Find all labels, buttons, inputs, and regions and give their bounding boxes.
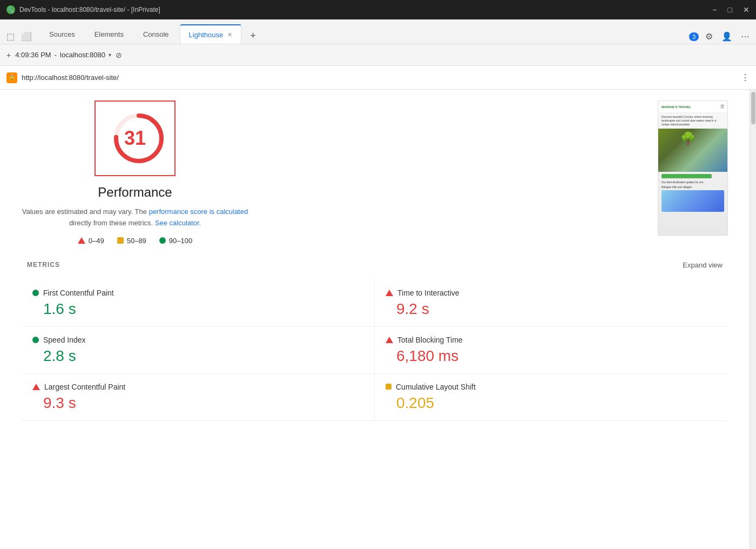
add-tab-button[interactable]: + <box>246 28 260 44</box>
metrics-grid-wrapper: First Contentful Paint 1.6 s Time to Int… <box>22 280 728 421</box>
si-indicator <box>32 337 39 343</box>
more-options-icon[interactable]: ⋯ <box>739 29 752 44</box>
thumb-hero-text: Discover beautiful Corsica, where stunni… <box>658 113 727 129</box>
scrollbar-track[interactable] <box>750 90 756 549</box>
devtools-nav-icons: ⬚ ⬜ <box>4 29 34 44</box>
stop-icon[interactable]: ⊘ <box>116 51 122 59</box>
metric-lcp: Largest Contentful Paint 9.3 s <box>22 374 375 421</box>
url-separator: - <box>55 51 57 59</box>
add-tab-url-button[interactable]: + <box>6 51 11 59</box>
performance-score-box: 31 <box>94 101 176 176</box>
maximize-button[interactable]: □ <box>728 5 732 14</box>
average-icon <box>117 237 124 244</box>
lcp-value: 9.3 s <box>32 394 363 412</box>
metric-tti: Time to Interactive 9.2 s <box>375 280 728 327</box>
thumb-bottom-subtext: Balagne hills and villages <box>662 185 724 189</box>
scrollbar-thumb[interactable] <box>751 92 755 124</box>
metric-si: Speed Index 2.8 s <box>22 327 375 374</box>
minimize-button[interactable]: − <box>712 5 717 14</box>
metric-tbt-label-row: Total Blocking Time <box>386 336 717 344</box>
perf-left: 31 Performance Values are estimated and … <box>22 101 248 245</box>
user-icon[interactable]: 👤 <box>719 29 734 44</box>
poor-icon <box>78 237 85 244</box>
tab-sources-label: Sources <box>49 30 75 38</box>
thumb-bottom-image <box>662 190 724 212</box>
inspect-icon[interactable]: ⬜ <box>19 29 34 44</box>
average-range: 50–89 <box>127 237 146 245</box>
good-icon <box>159 237 166 244</box>
thumb-header: MARGIE'S TRAVEL ☰ <box>658 101 727 113</box>
window-title: DevTools - localhost:8080/travel-site/ -… <box>19 6 160 14</box>
metric-si-label-row: Speed Index <box>32 336 363 344</box>
close-button[interactable]: ✕ <box>743 5 750 14</box>
notification-badge: 3 <box>689 32 699 41</box>
settings-icon[interactable]: ⚙ <box>703 29 715 44</box>
metric-tti-label-row: Time to Interactive <box>386 289 717 297</box>
metric-cls-label-row: Cumulative Layout Shift <box>386 383 717 391</box>
tab-elements[interactable]: Elements <box>86 24 132 44</box>
tti-label: Time to Interactive <box>397 289 460 297</box>
tab-lighthouse-label: Lighthouse <box>189 31 224 39</box>
si-value: 2.8 s <box>32 347 363 365</box>
device-toggle-icon[interactable]: ⬚ <box>4 29 17 44</box>
expand-view-button[interactable]: Expand view <box>683 261 723 269</box>
url-host: localhost:8080 <box>60 51 105 59</box>
tbt-indicator <box>386 337 393 343</box>
fcp-indicator <box>32 290 39 296</box>
url-bar: + 4:09:36 PM - localhost:8080 ▾ ⊘ <box>0 44 756 66</box>
performance-legend: 0–49 50–89 90–100 <box>78 237 192 245</box>
perf-desc-middle: directly from these metrics. <box>69 219 153 227</box>
address-url: http://localhost:8080/travel-site/ <box>22 73 737 82</box>
lcp-label: Largest Contentful Paint <box>44 383 125 391</box>
tab-elements-label: Elements <box>94 30 124 38</box>
window-controls: − □ ✕ <box>712 5 750 14</box>
metric-cls: Cumulative Layout Shift 0.205 <box>375 374 728 421</box>
legend-item-average: 50–89 <box>117 237 146 245</box>
tab-console-label: Console <box>143 30 169 38</box>
url-display: 4:09:36 PM - localhost:8080 ▾ <box>15 51 111 59</box>
thumb-green-bar <box>662 174 712 178</box>
tbt-value: 6,180 ms <box>386 347 717 365</box>
good-range: 90–100 <box>169 237 192 245</box>
si-label: Speed Index <box>43 336 86 344</box>
site-security-icon: 🔒 <box>6 72 17 83</box>
tab-lighthouse[interactable]: Lighthouse ✕ <box>180 24 242 44</box>
thumb-menu-icon: ☰ <box>720 104 724 109</box>
tti-value: 9.2 s <box>386 300 717 318</box>
tab-close-icon[interactable]: ✕ <box>227 31 232 38</box>
lcp-indicator <box>32 384 40 390</box>
calculator-link[interactable]: See calculator. <box>155 219 201 227</box>
metric-fcp: First Contentful Paint 1.6 s <box>22 280 375 327</box>
thumb-hero-image <box>658 129 727 172</box>
tbt-label: Total Blocking Time <box>397 336 463 344</box>
fcp-label: First Contentful Paint <box>43 289 114 297</box>
metrics-header: METRICS Expand view <box>22 261 728 269</box>
metric-lcp-label-row: Largest Contentful Paint <box>32 383 363 391</box>
title-bar: 🔧 DevTools - localhost:8080/travel-site/… <box>0 0 756 19</box>
performance-section: 31 Performance Values are estimated and … <box>22 101 728 245</box>
devtools-icon: 🔧 <box>6 5 15 14</box>
performance-description: Values are estimated and may vary. The p… <box>22 206 248 229</box>
address-more-icon[interactable]: ⋮ <box>741 72 750 83</box>
score-circle: 31 <box>112 111 158 165</box>
tti-indicator <box>386 290 393 296</box>
url-dropdown-icon[interactable]: ▾ <box>109 52 111 58</box>
site-thumbnail: MARGIE'S TRAVEL ☰ Discover beautiful Cor… <box>658 101 728 236</box>
main-content: 31 Performance Values are estimated and … <box>0 90 756 549</box>
performance-score-link[interactable]: performance score is calculated <box>149 207 248 216</box>
perf-desc-text: Values are estimated and may vary. The <box>22 207 147 216</box>
cls-value: 0.205 <box>386 394 717 412</box>
fcp-value: 1.6 s <box>32 300 363 318</box>
metrics-grid: First Contentful Paint 1.6 s Time to Int… <box>22 280 728 421</box>
legend-item-poor: 0–49 <box>78 237 104 245</box>
tab-bar-right: 3 ⚙ 👤 ⋯ <box>689 29 752 44</box>
thumb-logo: MARGIE'S TRAVEL <box>662 105 691 109</box>
tab-bar: ⬚ ⬜ Sources Elements Console Lighthouse … <box>0 19 756 44</box>
url-time: 4:09:36 PM <box>15 51 51 59</box>
metric-tbt: Total Blocking Time 6,180 ms <box>375 327 728 374</box>
tab-sources[interactable]: Sources <box>40 24 84 44</box>
performance-title: Performance <box>98 185 172 200</box>
legend-item-good: 90–100 <box>159 237 192 245</box>
content-area: 31 Performance Values are estimated and … <box>0 90 750 549</box>
tab-console[interactable]: Console <box>134 24 178 44</box>
